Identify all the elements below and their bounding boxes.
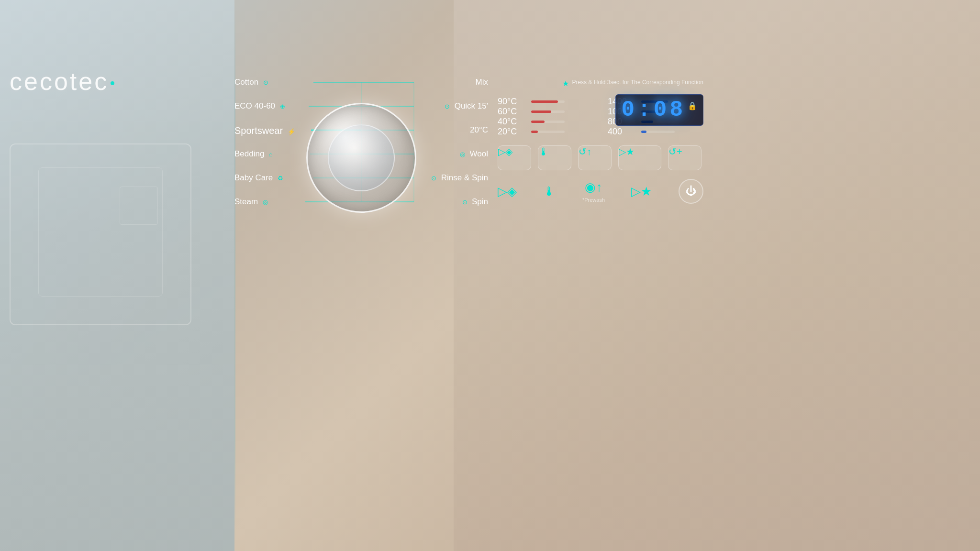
program-spin[interactable]: ⊙ Spin — [462, 197, 488, 207]
spin-400-label: 400 — [608, 127, 636, 137]
temp-select-button[interactable]: 🌡 — [538, 145, 571, 170]
program-cotton[interactable]: Cotton ⊙ — [234, 77, 268, 87]
ctrl-extra[interactable]: ▷★ — [631, 184, 652, 199]
temp-select-icon: 🌡 — [538, 146, 549, 158]
program-20c[interactable]: 20°C — [470, 125, 488, 135]
control-panel: ★ Press & Hold 3sec. for The Correspondi… — [498, 79, 703, 204]
program-dial[interactable] — [306, 103, 416, 213]
temp-40-label: 40°C — [498, 117, 526, 127]
temp-90-bar — [531, 100, 565, 103]
prewash-icon: ▷★ — [619, 146, 635, 157]
dial-inner-ring — [328, 124, 395, 191]
dial-outer-ring — [306, 103, 416, 213]
machine-detail — [120, 187, 158, 225]
temp-40[interactable]: 40°C — [498, 117, 593, 127]
power-icon: ⏻ — [686, 185, 696, 198]
ctrl-start-delay[interactable]: ▷◈ — [498, 184, 517, 199]
temp-60[interactable]: 60°C — [498, 107, 593, 117]
temp-20[interactable]: 20°C — [498, 127, 593, 137]
ctrl-prewash-label: *Prewash — [582, 197, 605, 203]
program-rinsespin[interactable]: ⊙ Rinse & Spin — [431, 173, 488, 183]
lock-icon: 🔒 — [688, 101, 697, 110]
ctrl-temp-icon: 🌡 — [543, 184, 556, 199]
hint-row: ★ Press & Hold 3sec. for The Correspondi… — [498, 79, 703, 88]
spin-400-bar — [641, 131, 675, 133]
temp-90[interactable]: 90°C — [498, 97, 593, 107]
brand-logo: cecotec — [10, 67, 114, 96]
program-wool[interactable]: ◎ Wool — [460, 149, 488, 159]
program-bedding[interactable]: Bedding ⌂ — [234, 149, 273, 159]
hint-text: Press & Hold 3sec. for The Corresponding… — [572, 79, 703, 88]
time-value: 0:08 — [622, 98, 686, 122]
hint-star-icon: ★ — [562, 79, 569, 88]
program-quick15[interactable]: ⊙ Quick 15' — [445, 101, 488, 111]
bottom-controls-row: ▷◈ 🌡 ◉↑ *Prewash ▷★ ⏻ — [498, 179, 703, 204]
spin-400[interactable]: 400 — [608, 127, 703, 137]
logo-text: cecotec — [10, 67, 114, 96]
program-sportswear[interactable]: Sportswear ⚡ — [234, 125, 295, 136]
logo-dot — [111, 81, 114, 85]
program-babycare[interactable]: Baby Care ♻ — [234, 173, 283, 183]
spin-select-icon: ↺↑ — [579, 146, 591, 157]
temp-60-bar — [531, 110, 565, 113]
settings-area: 90°C 60°C 40°C 20°C — [498, 97, 703, 137]
digital-time-display: 0:08 🔒 — [615, 94, 703, 126]
spin-select-button[interactable]: ↺↑ — [578, 145, 612, 170]
start-delay-icon: ▷◈ — [498, 146, 512, 157]
temperature-column: 90°C 60°C 40°C 20°C — [498, 97, 593, 137]
ctrl-temperature[interactable]: 🌡 — [543, 184, 556, 199]
ctrl-spin-icon: ◉↑ — [585, 180, 602, 195]
start-delay-button[interactable]: ▷◈ — [498, 145, 531, 170]
temp-40-bar — [531, 121, 565, 123]
prewash-button[interactable]: ▷★ — [618, 145, 661, 170]
dial-ui-container: Cotton ⊙ ECO 40-60 ⊕ Sportswear ⚡ Beddin… — [234, 67, 488, 249]
ctrl-start-icon: ▷◈ — [498, 184, 517, 199]
temp-90-label: 90°C — [498, 97, 526, 107]
program-mix[interactable]: Mix — [476, 77, 488, 87]
ctrl-spin-prewash[interactable]: ◉↑ *Prewash — [582, 180, 605, 203]
temp-60-label: 60°C — [498, 107, 526, 117]
function-buttons-row: ▷◈ 🌡 ↺↑ ▷★ ↺+ — [498, 145, 703, 170]
power-button[interactable]: ⏻ — [679, 179, 703, 204]
temp-20-bar — [531, 131, 565, 133]
program-eco[interactable]: ECO 40-60 ⊕ — [234, 101, 285, 111]
temp-20-label: 20°C — [498, 127, 526, 137]
extra-rinse-icon: ↺+ — [668, 146, 682, 157]
program-steam[interactable]: Steam ◎ — [234, 197, 268, 207]
ctrl-extra-icon: ▷★ — [631, 184, 652, 199]
extra-rinse-button[interactable]: ↺+ — [668, 145, 702, 170]
